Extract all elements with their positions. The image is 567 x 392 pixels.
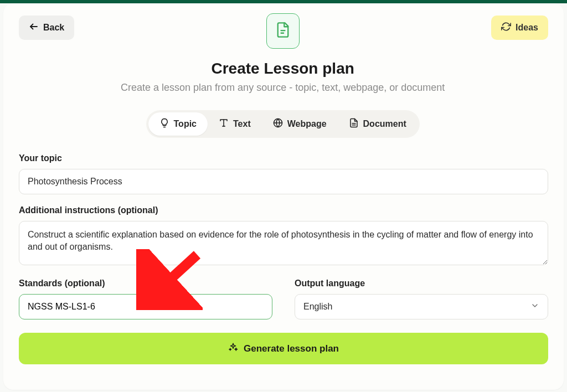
standards-label: Standards (optional) bbox=[19, 278, 272, 288]
tab-document-label: Document bbox=[363, 119, 406, 129]
back-button[interactable]: Back bbox=[19, 16, 74, 40]
generate-label: Generate lesson plan bbox=[244, 343, 339, 354]
main-card: Back Create Lesson plan Create a lesson … bbox=[3, 3, 564, 390]
page-title: Create Lesson plan bbox=[212, 60, 354, 78]
page-subtitle: Create a lesson plan from any source - t… bbox=[121, 82, 445, 94]
ideas-label: Ideas bbox=[516, 23, 538, 33]
tab-topic[interactable]: Topic bbox=[148, 112, 208, 136]
sparkles-icon bbox=[228, 342, 238, 355]
language-section: Output language bbox=[295, 278, 548, 319]
tab-webpage[interactable]: Webpage bbox=[262, 112, 338, 136]
tab-webpage-label: Webpage bbox=[287, 119, 327, 129]
file-icon bbox=[349, 118, 359, 130]
tabs-container: Topic Text Webpage bbox=[146, 110, 420, 138]
source-tabs: Topic Text Webpage bbox=[146, 110, 420, 138]
tab-topic-label: Topic bbox=[174, 119, 197, 129]
ideas-button[interactable]: Ideas bbox=[491, 16, 548, 40]
header-row: Back Create Lesson plan Create a lesson … bbox=[19, 16, 548, 153]
instructions-input[interactable] bbox=[19, 221, 548, 265]
topic-input[interactable] bbox=[19, 169, 548, 194]
tab-document[interactable]: Document bbox=[338, 112, 417, 136]
center-header: Create Lesson plan Create a lesson plan … bbox=[121, 13, 445, 153]
tab-text[interactable]: Text bbox=[208, 112, 262, 136]
instructions-label: Additional instructions (optional) bbox=[19, 205, 548, 215]
standards-input[interactable] bbox=[19, 294, 272, 319]
instructions-section: Additional instructions (optional) bbox=[19, 205, 548, 267]
text-icon bbox=[219, 118, 229, 130]
lightbulb-icon bbox=[159, 118, 169, 130]
topic-label: Your topic bbox=[19, 153, 548, 163]
language-label: Output language bbox=[295, 278, 548, 288]
document-icon bbox=[275, 22, 291, 40]
lesson-plan-icon-box bbox=[266, 13, 300, 49]
standards-section: Standards (optional) bbox=[19, 278, 272, 319]
language-select[interactable] bbox=[295, 294, 548, 319]
arrow-left-icon bbox=[29, 22, 39, 34]
globe-icon bbox=[273, 118, 283, 130]
back-label: Back bbox=[43, 23, 64, 33]
standards-language-row: Standards (optional) Output language bbox=[19, 278, 548, 319]
topic-section: Your topic bbox=[19, 153, 548, 194]
tab-text-label: Text bbox=[233, 119, 251, 129]
generate-button[interactable]: Generate lesson plan bbox=[19, 333, 548, 364]
refresh-icon bbox=[501, 22, 511, 34]
